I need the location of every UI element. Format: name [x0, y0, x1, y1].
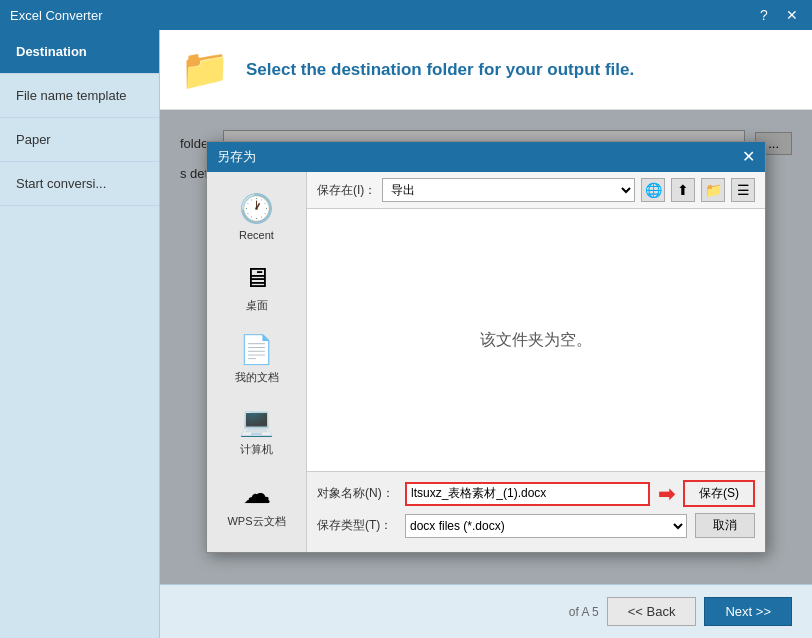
- page-info: of A 5: [569, 605, 599, 619]
- filename-label: 对象名称(N)：: [317, 485, 397, 502]
- close-button[interactable]: ✕: [782, 8, 802, 22]
- save-view-button[interactable]: ☰: [731, 178, 755, 202]
- save-up-button[interactable]: ⬆: [671, 178, 695, 202]
- save-back-button[interactable]: 🌐: [641, 178, 665, 202]
- save-dialog-titlebar: 另存为 ✕: [207, 142, 765, 172]
- save-dialog-close-button[interactable]: ✕: [742, 149, 755, 165]
- folder-icon-large: 📁: [180, 46, 230, 93]
- sidebar: Destination File name template Paper Sta…: [0, 30, 160, 638]
- save-content-area: 该文件夹为空。: [307, 209, 765, 472]
- main-container: Destination File name template Paper Sta…: [0, 30, 812, 638]
- filetype-row: 保存类型(T)： docx files (*.docx) 取消: [317, 513, 755, 538]
- content-header: 📁 Select the destination folder for your…: [160, 30, 812, 110]
- filetype-dropdown[interactable]: docx files (*.docx): [405, 514, 687, 538]
- save-button[interactable]: 保存(S): [683, 480, 755, 507]
- save-dialog-title: 另存为: [217, 148, 256, 166]
- filename-row: 对象名称(N)： ➡ 保存(S): [317, 480, 755, 507]
- sidebar-item-file-name-template[interactable]: File name template: [0, 74, 159, 118]
- save-sidebar-recent[interactable]: 🕐 Recent: [207, 182, 306, 251]
- save-toolbar: 保存在(I)： 导出 🌐 ⬆ 📁 ☰: [307, 172, 765, 209]
- documents-icon: 📄: [239, 333, 274, 366]
- save-in-label: 保存在(I)：: [317, 182, 376, 199]
- desktop-icon: 🖥: [243, 261, 271, 294]
- title-bar: Excel Converter ? ✕: [0, 0, 812, 30]
- empty-folder-message: 该文件夹为空。: [480, 330, 592, 351]
- recent-icon: 🕐: [239, 192, 274, 225]
- header-title: Select the destination folder for your o…: [246, 60, 634, 80]
- cancel-button[interactable]: 取消: [695, 513, 755, 538]
- recent-label: Recent: [239, 229, 274, 241]
- save-dialog-main: 保存在(I)： 导出 🌐 ⬆ 📁 ☰ 该: [307, 172, 765, 552]
- bottom-bar: of A 5 << Back Next >>: [160, 584, 812, 638]
- sidebar-item-paper[interactable]: Paper: [0, 118, 159, 162]
- save-dialog-body: 🕐 Recent 🖥 桌面 📄 我的文档: [207, 172, 765, 552]
- desktop-label: 桌面: [246, 298, 268, 313]
- save-bottom: 对象名称(N)： ➡ 保存(S) 保存类型(T)： docx files (*.…: [307, 472, 765, 552]
- documents-label: 我的文档: [235, 370, 279, 385]
- wps-cloud-label: WPS云文档: [227, 514, 285, 529]
- save-sidebar-wps-cloud[interactable]: ☁ WPS云文档: [207, 467, 306, 539]
- save-dialog-sidebar: 🕐 Recent 🖥 桌面 📄 我的文档: [207, 172, 307, 552]
- save-sidebar-desktop[interactable]: 🖥 桌面: [207, 251, 306, 323]
- next-button[interactable]: Next >>: [704, 597, 792, 626]
- wps-cloud-icon: ☁: [243, 477, 271, 510]
- sidebar-item-destination[interactable]: Destination: [0, 30, 159, 74]
- back-button[interactable]: << Back: [607, 597, 697, 626]
- content-body: folder ... s default 另存为 ✕: [160, 110, 812, 584]
- app-title: Excel Converter: [10, 8, 102, 23]
- save-new-folder-button[interactable]: 📁: [701, 178, 725, 202]
- red-arrow-icon: ➡: [658, 482, 675, 506]
- filename-input[interactable]: [405, 482, 650, 506]
- content-area: 📁 Select the destination folder for your…: [160, 30, 812, 638]
- computer-icon: 💻: [239, 405, 274, 438]
- sidebar-item-start-conversion[interactable]: Start conversi...: [0, 162, 159, 206]
- save-sidebar-documents[interactable]: 📄 我的文档: [207, 323, 306, 395]
- save-folder-dropdown[interactable]: 导出: [382, 178, 635, 202]
- dialog-overlay: 另存为 ✕ 🕐 Recent 🖥: [160, 110, 812, 584]
- help-button[interactable]: ?: [754, 8, 774, 22]
- save-dialog: 另存为 ✕ 🕐 Recent 🖥: [206, 141, 766, 553]
- title-bar-controls: ? ✕: [754, 8, 802, 22]
- save-sidebar-computer[interactable]: 💻 计算机: [207, 395, 306, 467]
- filetype-label: 保存类型(T)：: [317, 517, 397, 534]
- computer-label: 计算机: [240, 442, 273, 457]
